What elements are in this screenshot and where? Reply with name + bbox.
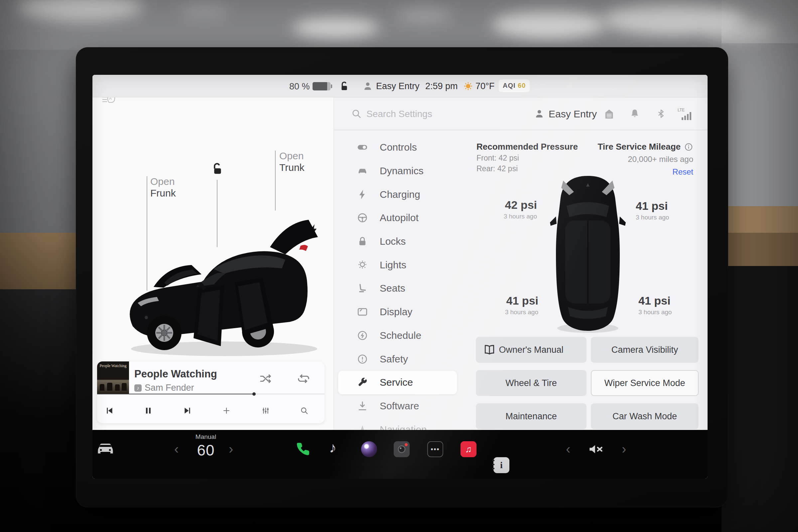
owners-manual-button[interactable]: Owner's Manual — [476, 337, 587, 363]
equalizer-button[interactable] — [261, 406, 270, 415]
menu-item-lights[interactable]: Lights — [338, 253, 457, 277]
wheel-tire-button[interactable]: Wheel & Tire — [476, 370, 587, 396]
search-input[interactable] — [366, 108, 492, 121]
voice-orb-app-icon[interactable] — [361, 441, 377, 457]
wiper-service-mode-button[interactable]: Wiper Service Mode — [591, 370, 699, 396]
app-dock: ‹ Manual 60 › ♪ ••• ♫ i ‹ — [92, 430, 707, 479]
battery-percent: 80 % — [289, 81, 310, 92]
album-figure — [100, 384, 104, 391]
recommended-pressure-title: Recommended Pressure — [476, 141, 578, 152]
next-track-button[interactable] — [183, 406, 192, 415]
repeat-icon[interactable] — [297, 372, 310, 385]
driver-profile[interactable]: Easy Entry — [376, 81, 420, 92]
open-frunk-button[interactable]: Open Frunk — [150, 175, 176, 199]
unlocked-icon[interactable] — [339, 80, 350, 92]
light-bulb-icon — [357, 259, 368, 271]
tire-rear-right: 41 psi 3 hours ago — [639, 294, 705, 316]
ceiling-light — [396, 7, 452, 22]
seat-icon — [357, 283, 368, 294]
search-icon — [351, 108, 362, 119]
temp-decrease-chevron[interactable]: ‹ — [174, 441, 178, 457]
menu-item-autopilot[interactable]: Autopilot — [338, 206, 457, 230]
tire-front-right: 41 psi 3 hours ago — [636, 200, 702, 221]
menu-item-software[interactable]: Software — [338, 394, 457, 418]
tire-mileage-title: Tire Service Mileage — [597, 141, 681, 152]
open-trunk-button[interactable]: Open Trunk — [279, 150, 305, 173]
homelink-icon[interactable] — [603, 108, 615, 120]
menu-item-display[interactable]: Display — [338, 300, 457, 324]
car-top-view — [549, 174, 626, 336]
ceiling-light — [292, 17, 379, 37]
recommended-pressure: Recommended Pressure Front: 42 psi Rear:… — [476, 141, 578, 173]
menu-item-safety[interactable]: Safety — [338, 347, 457, 371]
track-title[interactable]: People Watching — [134, 368, 217, 380]
release-notes-app-icon[interactable]: i — [493, 457, 509, 473]
recommended-rear: Rear: 42 psi — [476, 164, 578, 173]
touchscreen-display: 80 % Easy Entry 2:59 pm 70°F AQI 60 — [92, 75, 707, 479]
info-icon[interactable] — [684, 142, 693, 152]
phone-icon[interactable] — [294, 440, 311, 457]
steering-wheel-icon — [357, 212, 368, 224]
display-icon — [357, 306, 368, 318]
car-3d-view — [114, 203, 335, 361]
hvac-temperature[interactable]: Manual 60 — [191, 433, 221, 459]
lock-icon — [357, 236, 368, 247]
touchscreen-bezel: 80 % Easy Entry 2:59 pm 70°F AQI 60 — [76, 47, 728, 507]
maintenance-button[interactable]: Maintenance — [476, 403, 587, 429]
menu-item-charging[interactable]: Charging — [338, 183, 457, 206]
streaming-music-app-icon[interactable]: ♫ — [460, 441, 476, 457]
profile-icon — [534, 108, 545, 119]
more-apps-button[interactable]: ••• — [427, 441, 443, 457]
menu-item-locks[interactable]: Locks — [338, 230, 457, 253]
tire-rear-left: 41 psi 3 hours ago — [472, 294, 538, 316]
menu-item-service[interactable]: Service — [338, 371, 457, 394]
previous-track-button[interactable] — [105, 406, 114, 415]
download-icon — [357, 400, 368, 412]
muted-speaker-icon[interactable] — [588, 442, 605, 457]
recommended-front: Front: 42 psi — [476, 154, 578, 163]
car-controls-icon[interactable] — [95, 439, 116, 455]
notifications-bell-icon[interactable] — [629, 108, 640, 119]
menu-item-controls[interactable]: Controls — [338, 136, 457, 159]
trunk-callout-line — [275, 151, 276, 210]
outside-temperature[interactable]: 70°F — [475, 81, 494, 92]
album-art[interactable]: People Watching — [97, 361, 129, 394]
seek-knob[interactable] — [252, 392, 256, 396]
seek-bar[interactable] — [97, 394, 324, 394]
add-to-favorites-button[interactable] — [222, 406, 231, 415]
pause-button[interactable] — [144, 406, 153, 415]
ceiling-light — [492, 10, 605, 38]
tire-front-left: 42 psi 3 hours ago — [471, 198, 537, 220]
wrench-icon — [357, 377, 368, 388]
bluetooth-icon[interactable] — [656, 108, 666, 119]
aqi-badge[interactable]: AQI 60 — [499, 79, 530, 92]
tire-mileage-value: 20,000+ miles ago — [597, 155, 693, 164]
track-artist-row[interactable]: ♪ Sam Fender — [134, 383, 194, 393]
menu-item-schedule[interactable]: Schedule — [338, 324, 457, 347]
menu-item-navigation[interactable]: Navigation — [338, 418, 457, 430]
menu-item-dynamics[interactable]: Dynamics — [338, 159, 457, 183]
album-figure — [107, 383, 112, 391]
unlocked-car-icon[interactable] — [210, 162, 224, 176]
album-figure — [122, 383, 127, 391]
toggle-icon — [357, 141, 368, 153]
status-bar: 80 % Easy Entry 2:59 pm 70°F AQI 60 — [92, 75, 707, 97]
car-wash-mode-button[interactable]: Car Wash Mode — [591, 403, 699, 429]
shuffle-icon[interactable] — [259, 372, 272, 385]
hvac-temp-value: 60 — [191, 441, 221, 459]
music-app-icon[interactable]: ♪ — [329, 439, 337, 456]
aqi-value: 60 — [518, 82, 526, 89]
aqi-label: AQI — [503, 82, 516, 89]
media-search-button[interactable] — [300, 406, 308, 415]
dashcam-app-icon[interactable] — [394, 441, 410, 457]
hvac-mode-label: Manual — [191, 433, 221, 440]
settings-profile-button[interactable]: Easy Entry — [549, 108, 597, 120]
clock: 2:59 pm — [425, 81, 458, 92]
volume-down-chevron[interactable]: ‹ — [566, 441, 570, 457]
media-player: People Watching People Watching ♪ Sam Fe… — [97, 361, 324, 423]
camera-visibility-button[interactable]: Camera Visibility — [591, 337, 699, 363]
temp-increase-chevron[interactable]: › — [229, 441, 233, 457]
volume-up-chevron[interactable]: › — [622, 441, 626, 457]
menu-item-seats[interactable]: Seats — [338, 277, 457, 300]
sun-icon — [463, 81, 474, 92]
